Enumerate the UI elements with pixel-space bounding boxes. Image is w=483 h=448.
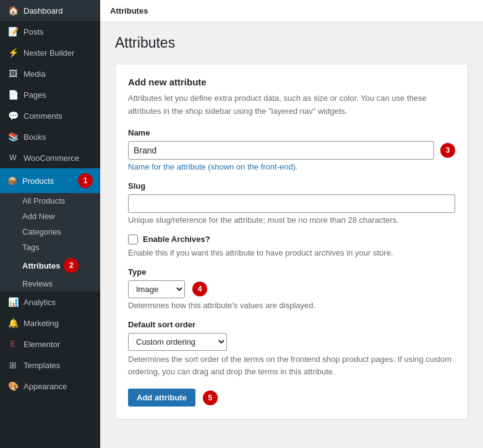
archives-field: Enable Archives? Enable this if you want… (128, 235, 455, 257)
slug-field: Slug Unique slug/reference for the attri… (128, 181, 455, 225)
elementor-icon: E (7, 338, 19, 350)
sidebar-item-comments[interactable]: 💬 Comments (0, 105, 100, 126)
sidebar-item-pages[interactable]: 📄 Pages (0, 84, 100, 105)
sidebar-item-label: Pages (24, 90, 46, 100)
sidebar-sub-reviews[interactable]: Reviews (22, 276, 100, 291)
sidebar-item-templates[interactable]: ⊞ Templates (0, 355, 100, 376)
topbar: Attributes (100, 0, 483, 22)
sidebar-item-label: Books (24, 132, 46, 142)
woocommerce-icon: W (7, 152, 19, 163)
type-field: Type Select Text Image Color Button 4 De… (128, 267, 455, 310)
form-section-title: Add new attribute (128, 77, 455, 87)
slug-label: Slug (128, 181, 455, 191)
sidebar-item-label: Marketing (24, 319, 59, 328)
sidebar-item-label: Media (24, 69, 45, 79)
nexter-icon: ⚡ (7, 47, 19, 58)
type-select[interactable]: Select Text Image Color Button (128, 280, 185, 298)
annotation-4: 4 (192, 282, 207, 296)
appearance-icon: 🎨 (7, 381, 19, 392)
sidebar-item-label: Dashboard (24, 6, 63, 15)
sidebar-item-label: Templates (24, 361, 60, 370)
sidebar-item-books[interactable]: 📚 Books (0, 126, 100, 147)
sidebar-item-label: Appearance (24, 382, 67, 391)
page-title: Attributes (115, 35, 468, 51)
sort-help: Determines the sort order of the terms o… (128, 353, 455, 379)
content-area: Attributes Add new attribute Attributes … (100, 22, 483, 448)
sidebar-sub-categories[interactable]: Categories (22, 224, 100, 239)
name-label: Name (128, 128, 455, 137)
type-label: Type (128, 267, 455, 277)
posts-icon: 📝 (7, 26, 19, 37)
add-attribute-button[interactable]: Add attribute (128, 389, 195, 407)
archives-checkbox[interactable] (128, 235, 138, 244)
name-field: Name 3 Name for the attribute (shown on … (128, 128, 455, 171)
sidebar-item-label: Nexter Builder (24, 48, 74, 58)
products-icon: 📦 (7, 176, 17, 186)
media-icon: 🖼 (7, 68, 19, 79)
sidebar-item-dashboard[interactable]: 🏠 Dashboard (0, 0, 100, 21)
sidebar-item-label: Analytics (24, 298, 56, 307)
sidebar-item-marketing[interactable]: 🔔 Marketing (0, 312, 100, 334)
name-input[interactable] (128, 141, 434, 160)
pages-icon: 📄 (7, 89, 19, 100)
type-help: Determines how this attribute's values a… (128, 301, 455, 310)
books-icon: 📚 (7, 131, 19, 142)
slug-help: Unique slug/reference for the attribute;… (128, 215, 455, 225)
archives-help: Enable this if you want this attribute t… (128, 248, 455, 257)
sidebar-item-products[interactable]: 📦 Products 1 (0, 168, 100, 193)
archives-label[interactable]: Enable Archives? (143, 235, 210, 244)
annotation-2: 2 (64, 258, 79, 273)
products-label: Products (22, 176, 54, 186)
marketing-icon: 🔔 (7, 317, 19, 329)
products-submenu: All Products Add New Categories Tags Att… (0, 193, 100, 291)
name-help: Name for the attribute (shown on the fro… (128, 162, 455, 171)
main-content: Attributes Attributes Add new attribute … (100, 0, 483, 448)
dashboard-icon: 🏠 (7, 5, 19, 16)
sidebar-item-woocommerce[interactable]: W WooCommerce (0, 147, 100, 168)
sidebar-item-analytics[interactable]: 📊 Analytics (0, 291, 100, 312)
sidebar-item-posts[interactable]: 📝 Posts (0, 21, 100, 42)
sidebar-item-nexter[interactable]: ⚡ Nexter Builder (0, 42, 100, 63)
analytics-icon: 📊 (7, 296, 19, 308)
sort-label: Default sort order (128, 320, 455, 329)
annotation-3: 3 (440, 143, 455, 158)
sidebar-item-label: Elementor (24, 340, 60, 349)
sidebar-sub-attributes[interactable]: Attributes 2 (22, 255, 100, 276)
topbar-title: Attributes (110, 6, 148, 15)
sidebar-item-elementor[interactable]: E Elementor (0, 334, 100, 355)
comments-icon: 💬 (7, 110, 19, 121)
sidebar-sub-all-products[interactable]: All Products (22, 193, 100, 209)
sidebar-sub-add-new[interactable]: Add New (22, 209, 100, 224)
sidebar-sub-tags[interactable]: Tags (22, 239, 100, 255)
sort-field: Default sort order Custom ordering Name … (128, 320, 455, 379)
sort-select[interactable]: Custom ordering Name Name (numeric) Term… (128, 333, 227, 351)
annotation-1: 1 (78, 173, 93, 188)
sidebar-item-label: Comments (24, 111, 62, 121)
sidebar-item-media[interactable]: 🖼 Media (0, 63, 100, 84)
annotation-5: 5 (203, 390, 218, 405)
templates-icon: ⊞ (7, 360, 19, 371)
products-section: 📦 Products 1 All Products Add New Catego… (0, 168, 100, 291)
attribute-form: Add new attribute Attributes let you def… (115, 64, 468, 420)
form-description: Attributes let you define extra product … (128, 92, 455, 118)
slug-input[interactable] (128, 194, 455, 213)
sidebar-item-label: WooCommerce (24, 153, 79, 163)
sidebar-item-label: Posts (24, 27, 44, 37)
sidebar: 🏠 Dashboard 📝 Posts ⚡ Nexter Builder 🖼 M… (0, 0, 100, 448)
sidebar-item-appearance[interactable]: 🎨 Appearance (0, 376, 100, 397)
